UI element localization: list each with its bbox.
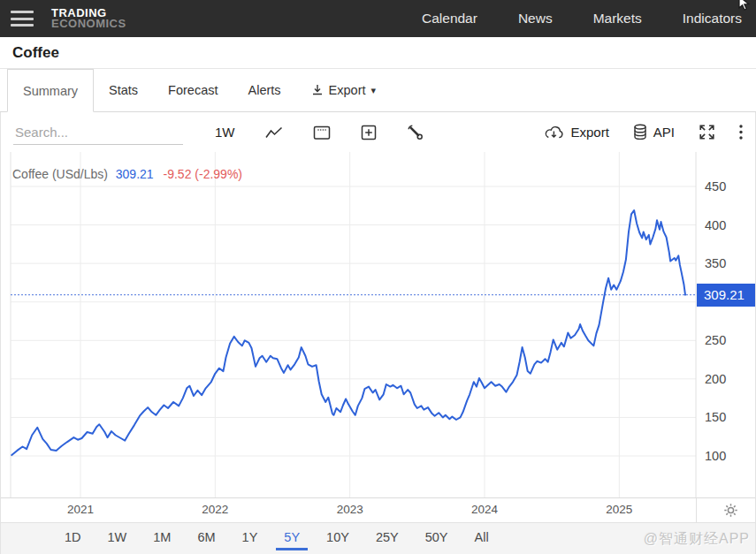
range-button-25y[interactable]: 25Y bbox=[368, 527, 407, 550]
export-button-label: Export bbox=[570, 125, 608, 140]
gear-icon[interactable] bbox=[723, 503, 738, 521]
nav-item-news[interactable]: News bbox=[518, 11, 553, 27]
x-label-2024: 2024 bbox=[458, 503, 511, 516]
x-label-2021: 2021 bbox=[54, 503, 107, 516]
api-button-label: API bbox=[653, 125, 675, 140]
x-axis-row: 20212022202320242025 bbox=[0, 497, 756, 522]
y-tick-150: 150 bbox=[705, 408, 752, 426]
range-selector-bar: 1D1W1M6M1Y5Y10Y25Y50YAll@智通财经APP bbox=[0, 522, 756, 554]
y-tick-200: 200 bbox=[705, 370, 752, 388]
chevron-down-icon: ▾ bbox=[371, 85, 377, 96]
y-tick-400: 400 bbox=[705, 216, 752, 234]
nav-item-indicators[interactable]: Indicators bbox=[683, 11, 742, 27]
kebab-menu-icon[interactable] bbox=[739, 125, 743, 140]
nav-links: CalendarNewsMarketsIndicators bbox=[422, 11, 747, 27]
api-button[interactable]: API bbox=[633, 124, 675, 140]
y-tick-100: 100 bbox=[705, 447, 752, 465]
brand-logo[interactable]: TRADING ECONOMICS bbox=[51, 8, 126, 29]
database-icon bbox=[633, 124, 647, 140]
tab-summary[interactable]: Summary bbox=[7, 69, 94, 112]
mouse-cursor bbox=[737, 0, 752, 11]
range-button-5y[interactable]: 5Y bbox=[276, 527, 308, 550]
range-button-1w[interactable]: 1W bbox=[100, 527, 135, 550]
card-border-left bbox=[0, 112, 1, 554]
legend-change: -9.52 (-2.99%) bbox=[164, 167, 242, 181]
axis-divider bbox=[696, 498, 697, 523]
y-tick-450: 450 bbox=[705, 178, 752, 195]
title-strip: Coffee bbox=[0, 37, 756, 69]
menu-icon[interactable] bbox=[11, 11, 34, 27]
chart-toolbar: 1W bbox=[1, 112, 755, 152]
range-button-50y[interactable]: 50Y bbox=[417, 527, 456, 550]
range-button-1m[interactable]: 1M bbox=[145, 527, 179, 550]
range-button-10y[interactable]: 10Y bbox=[318, 527, 357, 550]
legend-price: 309.21 bbox=[116, 167, 154, 181]
nav-item-calendar[interactable]: Calendar bbox=[422, 11, 477, 27]
download-icon bbox=[311, 84, 324, 96]
tab-stats[interactable]: Stats bbox=[94, 69, 153, 111]
range-button-1y[interactable]: 1Y bbox=[234, 527, 266, 550]
tab-export-label: Export bbox=[329, 83, 366, 97]
draw-tools-icon[interactable] bbox=[407, 124, 424, 140]
interval-button[interactable]: 1W bbox=[215, 125, 235, 140]
range-button-all[interactable]: All bbox=[467, 527, 497, 550]
x-label-2025: 2025 bbox=[592, 503, 645, 516]
logo-line2: ECONOMICS bbox=[51, 19, 126, 29]
x-label-2022: 2022 bbox=[188, 503, 241, 516]
tab-forecast[interactable]: Forecast bbox=[153, 69, 233, 111]
add-panel-icon[interactable] bbox=[361, 125, 377, 140]
legend-series-label: Coffee (USd/Lbs) bbox=[12, 167, 108, 181]
nav-item-markets[interactable]: Markets bbox=[593, 11, 642, 27]
tab-alerts[interactable]: Alerts bbox=[233, 69, 296, 111]
page-title: Coffee bbox=[12, 44, 59, 62]
range-button-6m[interactable]: 6M bbox=[189, 527, 223, 550]
line-style-icon[interactable] bbox=[265, 126, 283, 139]
chart-legend: Coffee (USd/Lbs) 309.21 -9.52 (-2.99%) bbox=[12, 167, 242, 181]
last-price-tag: 309.21 bbox=[697, 284, 755, 307]
price-chart[interactable]: Coffee (USd/Lbs) 309.21 -9.52 (-2.99%) 1… bbox=[0, 152, 756, 497]
export-button[interactable]: Export bbox=[544, 125, 608, 140]
tab-export[interactable]: Export ▾ bbox=[296, 69, 391, 111]
top-navbar: TRADING ECONOMICS CalendarNewsMarketsInd… bbox=[0, 0, 756, 37]
search-input[interactable] bbox=[13, 120, 183, 145]
cloud-download-icon bbox=[544, 125, 564, 140]
fullscreen-icon[interactable] bbox=[699, 124, 715, 140]
watermark: @智通财经APP bbox=[644, 529, 750, 548]
price-line bbox=[11, 210, 685, 455]
tabs-bar: SummaryStatsForecastAlerts Export ▾ bbox=[0, 69, 756, 112]
trading-economics-page: TRADING ECONOMICS CalendarNewsMarketsInd… bbox=[0, 0, 756, 554]
x-label-2023: 2023 bbox=[324, 503, 377, 516]
y-tick-250: 250 bbox=[705, 331, 752, 349]
range-button-1d[interactable]: 1D bbox=[57, 527, 89, 550]
date-range-icon[interactable] bbox=[313, 125, 331, 140]
chart-canvas[interactable] bbox=[0, 152, 756, 497]
y-tick-350: 350 bbox=[705, 254, 752, 272]
toolbar-right-group: Export API bbox=[544, 124, 743, 140]
